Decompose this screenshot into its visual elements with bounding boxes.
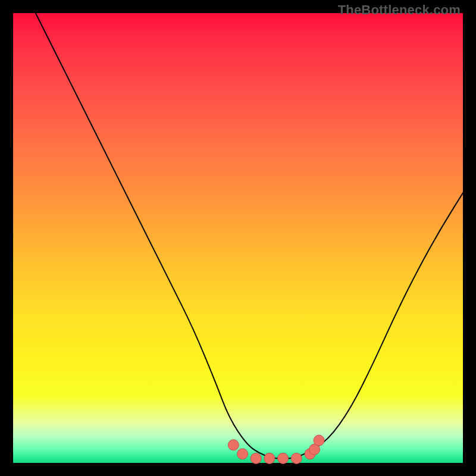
marker-dot [250, 453, 261, 464]
watermark-text: TheBottleneck.com [338, 2, 461, 18]
marker-dot [228, 440, 239, 450]
marker-dot [264, 453, 275, 464]
chart-frame: TheBottleneck.com [0, 0, 476, 476]
marker-dot [278, 453, 289, 464]
bottleneck-curve [36, 13, 463, 458]
marker-dot [237, 449, 248, 459]
marker-dot [314, 435, 324, 446]
chart-plot-area [13, 13, 463, 463]
bottleneck-floor-markers [228, 435, 324, 464]
marker-dot [291, 453, 302, 464]
chart-svg [13, 13, 463, 463]
